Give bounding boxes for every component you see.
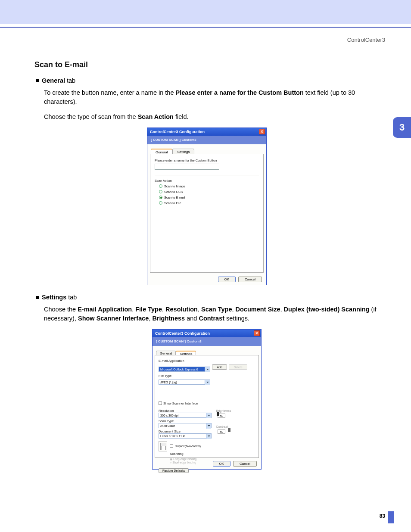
p3-q: and — [185, 315, 199, 322]
paragraph-3: Choose the E-mail Application, File Type… — [44, 305, 379, 323]
duplex-checkbox-row[interactable]: Duplex(two-sided) Scanning — [170, 441, 212, 457]
tab-panel-general: Please enter a name for the Custom Butto… — [150, 154, 264, 273]
dialog-general: ControlCenter3 Configuration × [ CUSTOM … — [147, 128, 267, 285]
two-columns: Resolution 300 x 300 dpi Scan Type 24bit… — [159, 409, 255, 464]
p3-c: , — [132, 306, 135, 313]
long-edge-label: Long-edge binding — [173, 457, 196, 460]
show-scanner-row[interactable]: Show Scanner Interface — [159, 398, 255, 406]
brightness-label: Brightness — [216, 409, 255, 413]
doc-size-label: Document Size — [159, 429, 212, 433]
radio-scan-to-email[interactable]: Scan to E-mail — [159, 196, 259, 199]
show-scanner-label: Show Scanner Interface — [163, 401, 198, 405]
contrast-value[interactable]: 50 — [218, 429, 225, 434]
cancel-button[interactable]: Cancel — [233, 461, 257, 467]
p3-s: settings. — [224, 315, 249, 322]
dialog-titlebar-2: ControlCenter3 Configuration × — [153, 330, 261, 337]
radio-scan-to-image[interactable]: Scan to Image — [159, 184, 259, 188]
p3-e: , — [162, 306, 165, 313]
short-edge-label: Short-edge binding — [172, 461, 196, 464]
radio-label: Scan to File — [164, 201, 181, 205]
chevron-down-icon — [205, 367, 210, 372]
page-corner-mark — [388, 511, 394, 523]
dialog-breadcrumb-2: [ CUSTOM SCAN ] Custom3 — [153, 337, 261, 346]
right-column: Brightness 50 Contrast 50 — [216, 409, 255, 464]
slider-thumb-icon — [217, 412, 219, 416]
p1-b: Please enter a name for the Custom Butto… — [176, 89, 304, 96]
resolution-combo[interactable]: 300 x 300 dpi — [159, 413, 212, 418]
left-column: Resolution 300 x 300 dpi Scan Type 24bit… — [159, 409, 212, 464]
tab-suffix-2: tab — [66, 294, 77, 301]
button-row-2: OK Cancel — [213, 461, 257, 467]
resolution-label: Resolution — [159, 409, 212, 413]
restore-defaults-button[interactable]: Restore Defaults — [159, 468, 189, 473]
settings-label: Settings — [42, 294, 66, 301]
p3-n: Show Scanner Interface — [78, 315, 149, 322]
file-type-combo[interactable]: JPEG (*.jpg) — [159, 380, 210, 385]
p1-a: To create the button name, enter a name … — [44, 89, 176, 96]
file-type-label: File Type — [159, 374, 255, 378]
delete-button[interactable]: Delete — [229, 364, 247, 370]
ok-button[interactable]: OK — [213, 461, 231, 467]
p3-r: Contrast — [199, 315, 224, 322]
radio-scan-to-ocr[interactable]: Scan to OCR — [159, 190, 259, 194]
dialog-title: ControlCenter3 Configuration — [150, 130, 205, 134]
file-type-value: JPEG (*.jpg) — [160, 381, 177, 384]
radio-icon — [159, 184, 162, 188]
p3-j: Document Size — [236, 306, 280, 313]
scan-type-combo[interactable]: 24bit Color — [159, 423, 212, 428]
contrast-row: 50 — [216, 429, 255, 436]
header-breadcrumb: ControlCenter3 — [347, 37, 385, 43]
add-button[interactable]: Add — [212, 364, 227, 370]
top-band — [0, 0, 411, 24]
email-app-combo[interactable]: Microsoft Outlook Express 6 — [159, 367, 210, 372]
scan-type-value: 24bit Color — [160, 424, 175, 427]
close-icon[interactable]: × — [259, 129, 265, 134]
chevron-down-icon — [205, 380, 210, 385]
p3-k: , — [280, 306, 284, 313]
email-app-row: Microsoft Outlook Express 6 Add Delete — [159, 364, 255, 372]
radio-label: Scan to Image — [164, 184, 185, 188]
ok-button[interactable]: OK — [218, 277, 236, 282]
scan-type-label: Scan Type — [159, 419, 212, 423]
doc-size-combo[interactable]: Letter 8 1/2 x 11 in — [159, 433, 212, 439]
bullet-icon — [36, 79, 39, 82]
checkbox-icon — [170, 444, 173, 448]
duplex-options: Duplex(two-sided) Scanning ◉ Long-edge b… — [170, 441, 212, 464]
resolution-value: 300 x 300 dpi — [160, 414, 178, 417]
paragraph-2: Choose the type of scan from the Scan Ac… — [44, 112, 379, 121]
short-edge-radio: ○ Short-edge binding — [170, 461, 212, 464]
name-field-label: Please enter a name for the Custom Butto… — [155, 159, 259, 162]
radio-label: Scan to E-mail — [164, 196, 185, 199]
p2-a: Choose the type of scan from the — [44, 113, 138, 120]
p3-p: Brightness — [152, 315, 185, 322]
p3-i: , — [232, 306, 236, 313]
top-rule — [0, 27, 411, 28]
checkbox-icon — [159, 401, 162, 405]
radio-scan-to-file[interactable]: Scan to File — [159, 201, 259, 205]
chevron-down-icon — [206, 434, 211, 439]
content-area: Scan to E-mail General tab To create the… — [34, 60, 379, 470]
p2-b: Scan Action — [138, 113, 174, 120]
chevron-down-icon — [206, 423, 211, 429]
name-input[interactable] — [155, 164, 219, 170]
separator — [155, 175, 259, 175]
p3-l: Duplex (two-sided) Scanning — [284, 306, 370, 313]
cancel-button[interactable]: Cancel — [238, 277, 262, 282]
p3-f: Resolution — [165, 306, 198, 313]
p3-d: File Type — [135, 306, 162, 313]
duplex-label: Duplex(two-sided) Scanning — [170, 444, 200, 456]
radio-icon — [159, 201, 162, 205]
dialog-settings: ControlCenter3 Configuration × [ CUSTOM … — [152, 329, 262, 470]
p2-c: field. — [174, 113, 189, 120]
radio-label: Scan to OCR — [164, 190, 183, 194]
chapter-tab: 3 — [393, 117, 411, 138]
close-icon[interactable]: × — [254, 330, 260, 336]
tab-panel-settings: E-mail Application Microsoft Outlook Exp… — [155, 355, 259, 458]
bullet-settings-tab: Settings tab — [36, 294, 379, 301]
general-label: General — [42, 77, 65, 84]
dialog-breadcrumb: [ CUSTOM SCAN ] Custom3 — [147, 136, 266, 144]
dialog-body-2: GeneralSettings E-mail Application Micro… — [153, 346, 261, 469]
duplex-icon — [159, 441, 167, 451]
dialog-titlebar: ControlCenter3 Configuration × — [147, 128, 266, 136]
duplex-section: Duplex(two-sided) Scanning ◉ Long-edge b… — [159, 441, 212, 464]
